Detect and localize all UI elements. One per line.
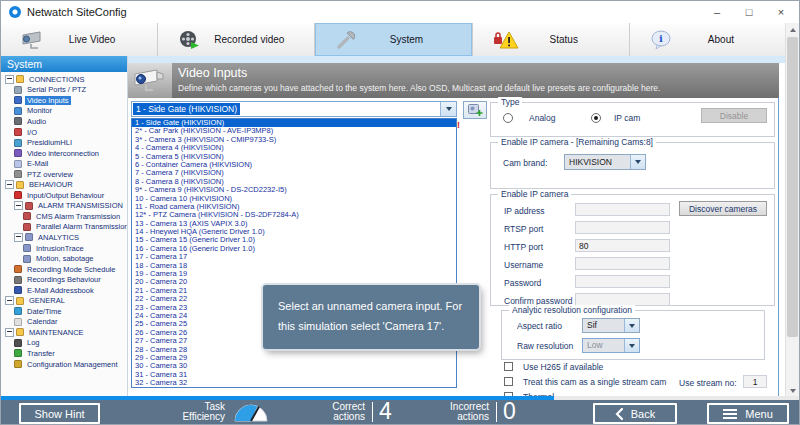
close-button[interactable]: × <box>765 1 797 23</box>
recorded-video-icon <box>178 30 200 50</box>
tree-item-motion-sabotage[interactable]: Motion, sabotage <box>1 253 127 264</box>
tab-recorded-video[interactable]: Recorded video <box>158 23 315 56</box>
schedule-icon <box>14 265 22 273</box>
sidebar: System CONNECTIONS Serial Ports / PTZ <box>1 56 128 397</box>
ip-cam-radio-label: IP cam <box>614 113 640 123</box>
tree-item-connections[interactable]: CONNECTIONS <box>1 74 127 85</box>
interconnection-icon <box>14 149 22 157</box>
chevron-down-icon <box>629 324 635 328</box>
tree-item-parallel-alarm-transmission[interactable]: Parallel Alarm Transmission <box>1 222 127 233</box>
main-tab-bar: Live Video Recorded video System Status … <box>1 23 787 57</box>
expand-toggle-icon[interactable] <box>5 75 14 84</box>
vertical-scrollbar[interactable] <box>785 23 799 397</box>
ip-cam-radio[interactable] <box>591 113 601 123</box>
combo-dropdown-button[interactable] <box>440 102 456 116</box>
single-stream-label: Treat this cam as a single stream cam <box>523 377 666 387</box>
tree-item-ptz-overview[interactable]: PTZ overview <box>1 169 127 180</box>
camera-select-combo[interactable]: 1 - Side Gate (HIKVISION) <box>131 101 457 117</box>
tree-item-input-output-behaviour[interactable]: Input/Output Behaviour <box>1 190 127 201</box>
tree-item-presidiumhli[interactable]: PresidiumHLI <box>1 137 127 148</box>
tab-system[interactable]: System <box>315 23 472 56</box>
menu-button[interactable]: Menu <box>707 403 789 424</box>
tree-item-maintenance[interactable]: MAINTENANCE <box>1 327 127 338</box>
tab-status[interactable]: Status <box>473 23 630 56</box>
chevron-left-icon <box>615 408 623 420</box>
email-icon <box>14 160 22 168</box>
use-stream-input[interactable]: 1 <box>743 375 767 388</box>
clock-icon <box>14 307 22 315</box>
tree-item-e-mail[interactable]: E-Mail <box>1 158 127 169</box>
tab-live-video[interactable]: Live Video <box>1 23 158 56</box>
camera-add-button[interactable] <box>463 101 487 119</box>
tree-item-recordings-behaviour[interactable]: Recordings Behaviour <box>1 274 127 285</box>
audio-icon <box>14 117 22 125</box>
incorrect-actions-value: 0 <box>503 398 516 425</box>
minimize-button[interactable]: – <box>701 1 733 23</box>
tree-item-date-time[interactable]: Date/Time <box>1 306 127 317</box>
tree-item-analytics[interactable]: ANALYTICS <box>1 232 127 243</box>
expand-toggle-icon[interactable] <box>5 296 14 305</box>
page-title: Video Inputs <box>178 66 247 80</box>
raw-resolution-dropdown[interactable]: Low <box>582 338 640 353</box>
camera-list-item[interactable]: 32 - Camera 32 <box>132 379 456 387</box>
transfer-icon <box>14 349 22 357</box>
incorrect-actions-label: Incorrect actions <box>425 402 489 422</box>
folder-icon <box>16 297 24 305</box>
cam-brand-dropdown[interactable]: HIKVISION <box>564 154 646 170</box>
tree-item-monitor[interactable]: Monitor <box>1 106 127 117</box>
video-icon <box>14 96 22 104</box>
single-stream-checkbox[interactable] <box>504 377 513 386</box>
scrollbar-thumb[interactable] <box>787 37 798 337</box>
close-icon: × <box>778 6 784 18</box>
task-efficiency-gauge <box>233 403 269 422</box>
use-stream-label: Use stream no: <box>679 378 737 388</box>
tree-item-cms-alarm-transmission[interactable]: CMS Alarm Transmission <box>1 211 127 222</box>
tree-item-log[interactable]: Log <box>1 338 127 349</box>
expand-toggle-icon[interactable] <box>14 233 23 242</box>
show-hint-button[interactable]: Show Hint <box>19 403 100 424</box>
tree-item-general[interactable]: GENERAL <box>1 295 127 306</box>
alarm-icon <box>25 202 33 210</box>
expand-toggle-icon[interactable] <box>5 328 14 337</box>
back-button[interactable]: Back <box>593 403 677 424</box>
calendar-icon <box>14 318 22 326</box>
tree-item-intrusiontrace[interactable]: IntrusionTrace <box>1 243 127 254</box>
maximize-icon: □ <box>746 6 753 18</box>
scroll-up-button[interactable] <box>786 23 800 36</box>
log-icon <box>14 339 22 347</box>
use-h265-label: Use H265 if available <box>523 362 603 372</box>
tree-item-serial-ports-ptz[interactable]: Serial Ports / PTZ <box>1 85 127 96</box>
tree-item-audio[interactable]: Audio <box>1 116 127 127</box>
discover-cameras-button[interactable]: Discover cameras <box>679 201 767 216</box>
presidium-icon <box>14 139 22 147</box>
maximize-button[interactable]: □ <box>733 1 765 23</box>
page-header-icon-box <box>128 63 172 98</box>
page-description: Define which cameras you have attached t… <box>178 83 660 93</box>
tree-item-calendar[interactable]: Calendar <box>1 317 127 328</box>
aspect-ratio-dropdown[interactable]: Sif <box>582 318 640 333</box>
use-h265-checkbox[interactable] <box>504 362 513 371</box>
tree-item-video-interconnection[interactable]: Video interconnection <box>1 148 127 159</box>
expand-toggle-icon[interactable] <box>14 201 23 210</box>
window-title: Netwatch SiteConfig <box>27 6 127 18</box>
tree-item-behaviour[interactable]: BEHAVIOUR <box>1 179 127 190</box>
analog-radio[interactable] <box>503 113 513 123</box>
expand-toggle-icon[interactable] <box>5 180 14 189</box>
task-efficiency-label: Task Efficiency <box>161 402 225 422</box>
analytics-icon <box>23 244 31 252</box>
tree-item-transfer[interactable]: Transfer <box>1 348 127 359</box>
tree-item-video-inputs[interactable]: Video Inputs <box>1 95 127 106</box>
instruction-tooltip: Select an unnamed camera input. For this… <box>263 285 479 349</box>
main-top-strip <box>128 56 787 63</box>
tree-item-i-o[interactable]: I/O <box>1 127 127 138</box>
disable-button[interactable]: Disable <box>701 108 767 123</box>
addressbook-icon <box>14 286 22 294</box>
analog-radio-label: Analog <box>529 113 555 123</box>
tab-about[interactable]: i About <box>630 23 787 56</box>
tree-item-e-mail-addressbook[interactable]: E-Mail Addressbook <box>1 285 127 296</box>
changes-indicator-icon: ! <box>457 121 461 130</box>
chevron-down-icon <box>446 107 452 111</box>
tree-item-configuration-management[interactable]: Configuration Management <box>1 359 127 370</box>
tree-item-recording-mode-schedule[interactable]: Recording Mode Schedule <box>1 264 127 275</box>
tree-item-alarm-transmission[interactable]: ALARM TRANSMISSION <box>1 201 127 212</box>
